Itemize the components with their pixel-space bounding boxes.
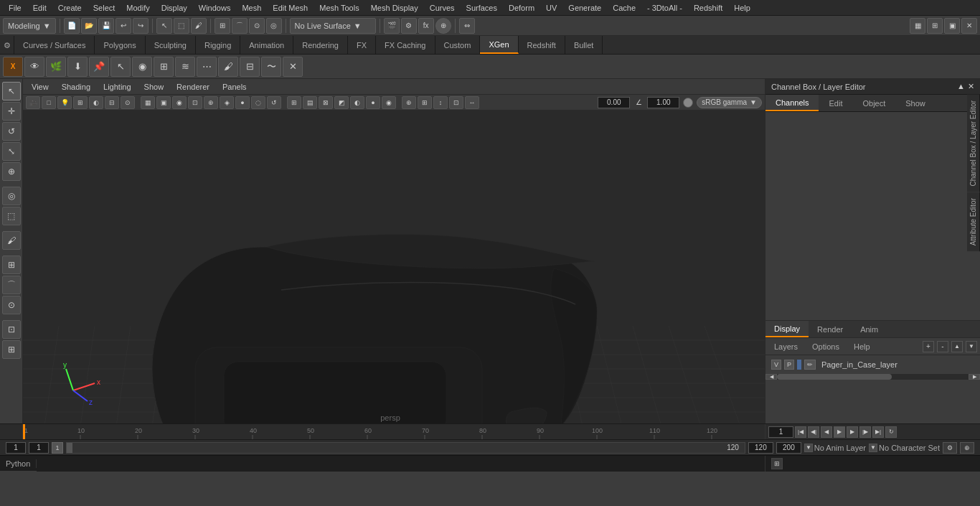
vp-display3[interactable]: ◉ <box>172 96 187 109</box>
menu-deform[interactable]: Deform <box>503 2 540 14</box>
layers-btn-options[interactable]: Options <box>806 341 845 352</box>
current-frame-input[interactable] <box>768 426 793 438</box>
select-btn[interactable]: ↖ <box>156 18 172 34</box>
tab-xgen[interactable]: XGen <box>480 36 518 54</box>
cmd-input[interactable] <box>37 456 765 472</box>
layer-v-btn[interactable]: V <box>771 360 781 370</box>
snap-point-left[interactable]: ⊙ <box>2 296 21 314</box>
shelf-btn-13[interactable]: ✕ <box>283 57 303 77</box>
vp-camera-btn[interactable]: 🎥 <box>26 96 40 109</box>
menu-surfaces[interactable]: Surfaces <box>461 2 503 14</box>
anim-layer-arrow[interactable]: ▼ <box>804 444 813 452</box>
mirror-btn[interactable]: ⇔ <box>459 18 475 34</box>
tab-animation[interactable]: Animation <box>240 36 293 54</box>
cmd-language-label[interactable]: Python <box>0 459 37 468</box>
status-fps[interactable] <box>776 442 801 454</box>
soft-select-btn[interactable]: ◎ <box>2 187 21 205</box>
panel-btn[interactable]: ▣ <box>944 18 960 34</box>
tab-bullet[interactable]: Bullet <box>565 36 603 54</box>
vp-display5[interactable]: ⊕ <box>204 96 218 109</box>
menu-redshift[interactable]: Redshift <box>688 2 728 14</box>
render-btn[interactable]: 🎬 <box>384 18 400 34</box>
viewport[interactable]: View Shading Lighting Show Renderer Pane… <box>23 79 765 423</box>
next-frame-btn[interactable]: ▶ <box>847 426 858 438</box>
menu-modify[interactable]: Modify <box>121 2 155 14</box>
frame-end-btn[interactable]: ▶| <box>872 426 884 438</box>
menu-file[interactable]: File <box>3 2 27 14</box>
vp-display7[interactable]: ● <box>235 96 250 109</box>
shelf-btn-1[interactable]: 👁 <box>24 57 44 77</box>
vp-light-btn[interactable]: 💡 <box>57 96 72 109</box>
layer-up-btn[interactable]: ▲ <box>951 341 963 352</box>
status-frame1[interactable] <box>6 442 26 454</box>
vp-display14[interactable]: ◐ <box>350 96 364 109</box>
menu-select[interactable]: Select <box>88 2 121 14</box>
play-btn[interactable]: ▶ <box>834 426 845 438</box>
grid-snap2[interactable]: ⊞ <box>2 340 21 359</box>
menu-mesh-display[interactable]: Mesh Display <box>365 2 424 14</box>
layer-row-0[interactable]: V P ✏ Pager_in_Case_layer <box>768 357 977 373</box>
vp-menu-view[interactable]: View <box>26 81 55 93</box>
vp-display12[interactable]: ⊠ <box>319 96 333 109</box>
scale-tool-btn[interactable]: ⤡ <box>2 142 21 161</box>
layers-btn-help[interactable]: Help <box>848 341 876 352</box>
tab-sculpting[interactable]: Sculpting <box>146 36 196 54</box>
layer-p-btn[interactable]: P <box>784 360 794 370</box>
snap-grid-left[interactable]: ⊞ <box>2 256 21 274</box>
tab-curves-surfaces[interactable]: Curves / Surfaces <box>14 36 95 54</box>
menu-help[interactable]: Help <box>728 2 756 14</box>
snap-grid-btn[interactable]: ⊞ <box>215 18 230 34</box>
new-scene-btn[interactable]: 📄 <box>64 18 80 34</box>
layer-tab-display[interactable]: Display <box>765 321 809 337</box>
menu-create[interactable]: Create <box>52 2 88 14</box>
fx-btn[interactable]: fx <box>418 18 434 34</box>
vp-display19[interactable]: ↕ <box>433 96 448 109</box>
next-keyframe-btn[interactable]: |▶ <box>859 426 871 438</box>
render-settings-btn[interactable]: ⚙ <box>401 18 417 34</box>
shelf-btn-10[interactable]: 🖌 <box>218 57 238 77</box>
layer-tab-anim[interactable]: Anim <box>852 321 887 337</box>
layer-tab-render[interactable]: Render <box>809 321 852 337</box>
timeline-track[interactable]: 1 10 20 30 40 50 60 70 80 90 100 110 120 <box>23 424 765 440</box>
universal-tool-btn[interactable]: ⊕ <box>2 162 21 181</box>
vertical-label-attribute-editor[interactable]: Attribute Editor <box>967 192 980 251</box>
shelf-btn-12[interactable]: 〜 <box>261 57 281 77</box>
shelf-btn-0[interactable]: X <box>3 57 23 77</box>
menu-display[interactable]: Display <box>156 2 193 14</box>
snap-curve-btn[interactable]: ⌒ <box>232 18 248 34</box>
vp-display21[interactable]: ↔ <box>465 96 479 109</box>
vp-color-space-dropdown[interactable]: sRGB gamma ▼ <box>697 97 762 108</box>
live-surface-dropdown[interactable]: No Live Surface ▼ <box>290 18 376 34</box>
cb-tab-object[interactable]: Object <box>852 95 895 111</box>
vp-display1[interactable]: ▦ <box>141 96 155 109</box>
snap-point-btn[interactable]: ⊙ <box>249 18 265 34</box>
snap-view-btn[interactable]: ◎ <box>266 18 282 34</box>
shelf-btn-6[interactable]: ◉ <box>132 57 152 77</box>
transform-btn[interactable]: ⊡ <box>2 320 21 339</box>
shelf-btn-2[interactable]: 🌿 <box>46 57 66 77</box>
paint-btn[interactable]: 🖌 <box>191 18 207 34</box>
vp-display2[interactable]: ▣ <box>156 96 171 109</box>
select-tool-btn[interactable]: ↖ <box>2 82 21 100</box>
layers-scroll-thumb[interactable] <box>777 374 892 380</box>
vp-display20[interactable]: ⊡ <box>449 96 463 109</box>
tab-rigging[interactable]: Rigging <box>196 36 240 54</box>
layer-edit-icon[interactable]: ✏ <box>804 360 816 370</box>
status-anim-end[interactable] <box>748 442 773 454</box>
tab-custom[interactable]: Custom <box>435 36 481 54</box>
vp-display13[interactable]: ◩ <box>334 96 349 109</box>
paint-btn-left[interactable]: 🖌 <box>2 231 21 250</box>
layers-scroll-track[interactable] <box>777 374 969 380</box>
vp-grid-btn[interactable]: ⊞ <box>73 96 88 109</box>
close-panel-btn[interactable]: ✕ <box>961 18 977 34</box>
shelf-btn-7[interactable]: ⊞ <box>154 57 174 77</box>
prev-frame-btn[interactable]: ◀ <box>821 426 832 438</box>
vp-obj-btn[interactable]: □ <box>42 96 56 109</box>
vp-display6[interactable]: ◈ <box>220 96 234 109</box>
status-frame2[interactable] <box>29 442 49 454</box>
vp-display16[interactable]: ◉ <box>382 96 396 109</box>
vp-menu-panels[interactable]: Panels <box>217 81 253 93</box>
shelf-btn-3[interactable]: ⬇ <box>67 57 88 77</box>
menu-curves[interactable]: Curves <box>424 2 461 14</box>
menu-uv[interactable]: UV <box>540 2 562 14</box>
